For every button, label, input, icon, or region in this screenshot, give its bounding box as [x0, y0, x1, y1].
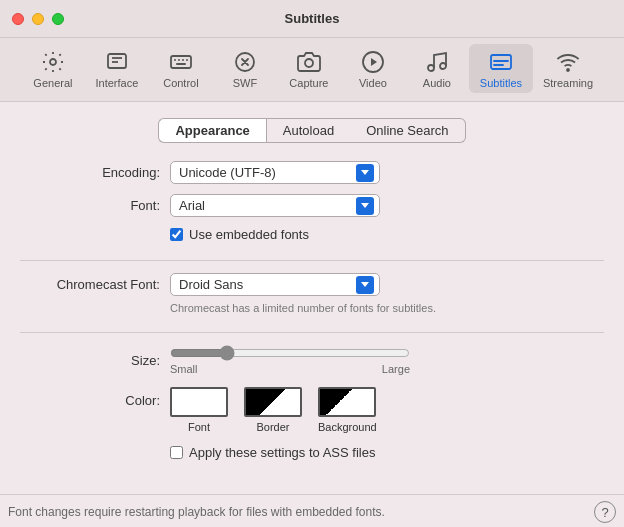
svg-rect-16: [491, 55, 511, 69]
window-title: Subtitles: [285, 11, 340, 26]
color-item-font: Font: [170, 387, 228, 433]
tab-bar: Appearance Autoload Online Search: [20, 118, 604, 143]
toolbar-item-swf[interactable]: SWF: [213, 44, 277, 93]
size-small-label: Small: [170, 363, 198, 375]
toolbar-item-video[interactable]: Video: [341, 44, 405, 93]
toolbar-label-control: Control: [163, 77, 198, 89]
main-content: Appearance Autoload Online Search Encodi…: [0, 102, 624, 494]
toolbar-item-audio[interactable]: Audio: [405, 44, 469, 93]
color-item-border: Border: [244, 387, 302, 433]
swf-icon: [231, 48, 259, 76]
toolbar-label-audio: Audio: [423, 77, 451, 89]
toolbar-item-streaming[interactable]: Streaming: [533, 44, 603, 93]
tab-online-search[interactable]: Online Search: [350, 118, 465, 143]
toolbar-label-general: General: [33, 77, 72, 89]
toolbar-item-subtitles[interactable]: Subtitles: [469, 44, 533, 93]
apply-ass-checkbox[interactable]: [170, 446, 183, 459]
encoding-label: Encoding:: [20, 165, 160, 180]
color-swatches: Font Border Background: [170, 387, 377, 433]
encoding-select[interactable]: Unicode (UTF-8) UTF-16 Latin-1 Windows-1…: [170, 161, 380, 184]
minimize-button[interactable]: [32, 13, 44, 25]
subtitles-appearance-content: Encoding: Unicode (UTF-8) UTF-16 Latin-1…: [20, 161, 604, 482]
svg-rect-1: [108, 54, 126, 68]
footer-note: Font changes require restarting playback…: [8, 505, 385, 519]
toolbar-label-video: Video: [359, 77, 387, 89]
toolbar-label-interface: Interface: [96, 77, 139, 89]
interface-icon: [103, 48, 131, 76]
encoding-select-wrapper: Unicode (UTF-8) UTF-16 Latin-1 Windows-1…: [170, 161, 380, 184]
toolbar-label-capture: Capture: [289, 77, 328, 89]
font-label: Font:: [20, 198, 160, 213]
chromecast-font-label: Chromecast Font:: [20, 277, 160, 292]
capture-icon: [295, 48, 323, 76]
toolbar-item-control[interactable]: Control: [149, 44, 213, 93]
color-swatch-background[interactable]: [318, 387, 376, 417]
embedded-fonts-checkbox[interactable]: [170, 228, 183, 241]
embedded-fonts-row: Use embedded fonts: [170, 227, 604, 242]
size-section: Size: Small Large: [20, 345, 604, 375]
color-bg-label: Background: [318, 421, 377, 433]
divider-2: [20, 332, 604, 333]
toolbar: General Interface Control: [0, 38, 624, 102]
svg-point-14: [428, 65, 434, 71]
svg-point-15: [440, 63, 446, 69]
size-slider[interactable]: [170, 345, 410, 361]
titlebar: Subtitles: [0, 0, 624, 38]
divider-1: [20, 260, 604, 261]
color-swatch-border[interactable]: [244, 387, 302, 417]
apply-ass-label[interactable]: Apply these settings to ASS files: [189, 445, 375, 460]
chromecast-font-row: Chromecast Font: Droid Sans Droid Serif …: [20, 273, 604, 296]
window-controls: [12, 13, 64, 25]
toolbar-item-capture[interactable]: Capture: [277, 44, 341, 93]
chromecast-note: Chromecast has a limited number of fonts…: [170, 302, 604, 314]
svg-point-0: [50, 59, 56, 65]
size-slider-labels: Small Large: [170, 363, 410, 375]
color-font-label: Font: [188, 421, 210, 433]
embedded-fonts-label[interactable]: Use embedded fonts: [189, 227, 309, 242]
tab-autoload[interactable]: Autoload: [266, 118, 350, 143]
chromecast-font-select-wrapper: Droid Sans Droid Serif Roboto Open Sans: [170, 273, 380, 296]
svg-rect-4: [171, 56, 191, 68]
encoding-row: Encoding: Unicode (UTF-8) UTF-16 Latin-1…: [20, 161, 604, 184]
toolbar-item-interface[interactable]: Interface: [85, 44, 149, 93]
font-row: Font: Arial Helvetica Times New Roman Co…: [20, 194, 604, 217]
color-section: Color: Font Border Background: [20, 387, 604, 433]
audio-icon: [423, 48, 451, 76]
size-row: Size: Small Large: [20, 345, 604, 375]
color-swatch-font[interactable]: [170, 387, 228, 417]
tab-appearance[interactable]: Appearance: [158, 118, 265, 143]
toolbar-label-swf: SWF: [233, 77, 257, 89]
video-icon: [359, 48, 387, 76]
font-select[interactable]: Arial Helvetica Times New Roman Courier …: [170, 194, 380, 217]
keyboard-icon: [167, 48, 195, 76]
svg-marker-13: [371, 58, 377, 66]
toolbar-item-general[interactable]: General: [21, 44, 85, 93]
help-button[interactable]: ?: [594, 501, 616, 523]
color-item-bg: Background: [318, 387, 377, 433]
color-label: Color:: [20, 387, 160, 408]
svg-point-11: [305, 59, 313, 67]
footer: Font changes require restarting playback…: [0, 494, 624, 527]
font-select-wrapper: Arial Helvetica Times New Roman Courier …: [170, 194, 380, 217]
toolbar-label-streaming: Streaming: [543, 77, 593, 89]
toolbar-label-subtitles: Subtitles: [480, 77, 522, 89]
chromecast-font-select[interactable]: Droid Sans Droid Serif Roboto Open Sans: [170, 273, 380, 296]
close-button[interactable]: [12, 13, 24, 25]
streaming-icon: [554, 48, 582, 76]
maximize-button[interactable]: [52, 13, 64, 25]
gear-icon: [39, 48, 67, 76]
color-border-label: Border: [256, 421, 289, 433]
size-large-label: Large: [382, 363, 410, 375]
svg-point-19: [567, 69, 569, 71]
size-label: Size:: [20, 353, 160, 368]
apply-ass-row: Apply these settings to ASS files: [170, 445, 604, 460]
size-slider-container: Small Large: [170, 345, 604, 375]
subtitles-icon: [487, 48, 515, 76]
